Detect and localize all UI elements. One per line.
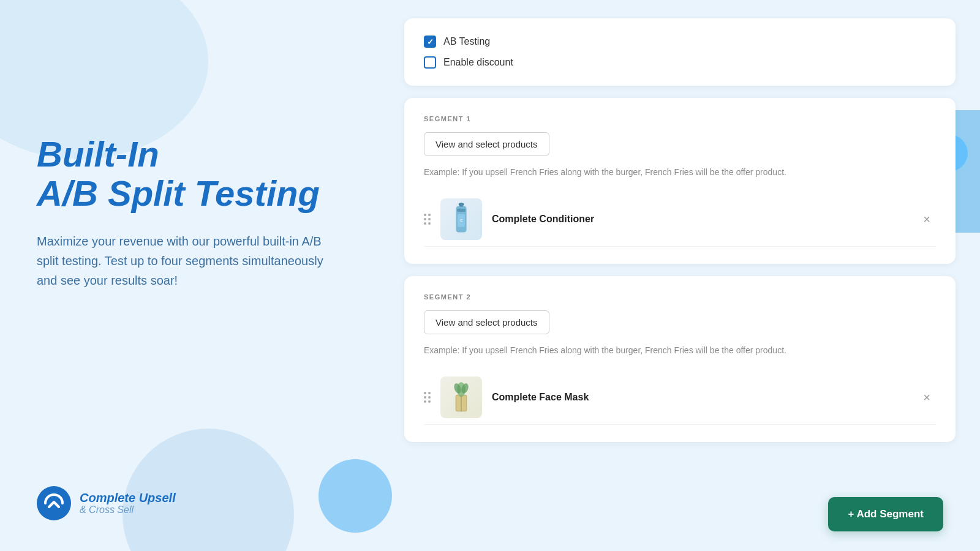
- segment-1-remove-button[interactable]: ×: [918, 210, 936, 228]
- drag-dot: [424, 392, 426, 394]
- enable-discount-checkbox[interactable]: [424, 56, 436, 69]
- segment-1-card: SEGMENT 1 View and select products Examp…: [404, 98, 956, 264]
- ab-testing-checkbox[interactable]: ✓: [424, 36, 436, 48]
- logo-icon: [37, 486, 71, 520]
- svg-rect-5: [459, 203, 464, 205]
- left-panel: Built-In A/B Split Testing Maximize your…: [0, 0, 380, 551]
- drag-dot: [428, 400, 431, 403]
- drag-dot: [424, 222, 426, 225]
- segment-2-product-name: Complete Face Mask: [492, 392, 908, 403]
- product-image-conditioner: C: [440, 198, 482, 240]
- enable-discount-row: Enable discount: [424, 56, 936, 69]
- conditioner-bottle-icon: C: [446, 201, 477, 238]
- segment-1-product-row: C Complete Conditioner ×: [424, 192, 936, 247]
- segment-2-example-text: Example: If you upsell French Fries alon…: [424, 344, 936, 357]
- drag-dot: [428, 214, 431, 216]
- segment-1-product-name: Complete Conditioner: [492, 214, 908, 225]
- drag-dot: [428, 396, 431, 399]
- svg-rect-2: [457, 209, 466, 212]
- description-text: Maximize your revenue with our powerful …: [37, 231, 343, 290]
- segment-2-remove-button[interactable]: ×: [918, 388, 936, 407]
- headline-line2: A/B Split Testing: [37, 173, 320, 213]
- ab-testing-row: ✓ AB Testing: [424, 36, 936, 48]
- headline-section: Built-In A/B Split Testing Maximize your…: [37, 135, 343, 290]
- svg-text:C: C: [460, 219, 462, 222]
- add-segment-button[interactable]: + Add Segment: [828, 497, 943, 531]
- drag-dot: [424, 214, 426, 216]
- logo-subtitle: & Cross Sell: [80, 504, 176, 515]
- segment-1-view-button[interactable]: View and select products: [424, 132, 549, 156]
- enable-discount-label: Enable discount: [443, 57, 513, 68]
- segment-1-example-text: Example: If you upsell French Fries alon…: [424, 166, 936, 179]
- segment-2-product-row: Complete Face Mask ×: [424, 370, 936, 425]
- ab-testing-label: AB Testing: [443, 36, 490, 47]
- drag-dot: [428, 222, 431, 225]
- headline: Built-In A/B Split Testing: [37, 135, 343, 213]
- product-image-face-mask: [440, 377, 482, 418]
- logo-area: Complete Upsell & Cross Sell: [37, 486, 343, 520]
- drag-dot: [424, 396, 426, 399]
- face-mask-icon: [446, 379, 477, 416]
- checkmark-icon: ✓: [427, 37, 434, 47]
- headline-line1: Built-In: [37, 134, 159, 174]
- right-panel[interactable]: ✓ AB Testing Enable discount SEGMENT 1 V…: [380, 0, 980, 551]
- drag-handle-icon[interactable]: [424, 214, 431, 225]
- drag-dot: [424, 400, 426, 403]
- segment-2-card: SEGMENT 2 View and select products Examp…: [404, 276, 956, 442]
- ab-testing-card: ✓ AB Testing Enable discount: [404, 18, 956, 86]
- drag-handle-icon[interactable]: [424, 392, 431, 403]
- drag-dot: [428, 392, 431, 394]
- add-segment-label: + Add Segment: [848, 508, 924, 520]
- segment-2-view-button[interactable]: View and select products: [424, 310, 549, 334]
- segment-1-label: SEGMENT 1: [424, 115, 936, 122]
- segment-2-label: SEGMENT 2: [424, 293, 936, 301]
- logo-text: Complete Upsell & Cross Sell: [80, 491, 176, 515]
- drag-dot: [428, 218, 431, 220]
- logo-title: Complete Upsell: [80, 491, 176, 504]
- drag-dot: [424, 218, 426, 220]
